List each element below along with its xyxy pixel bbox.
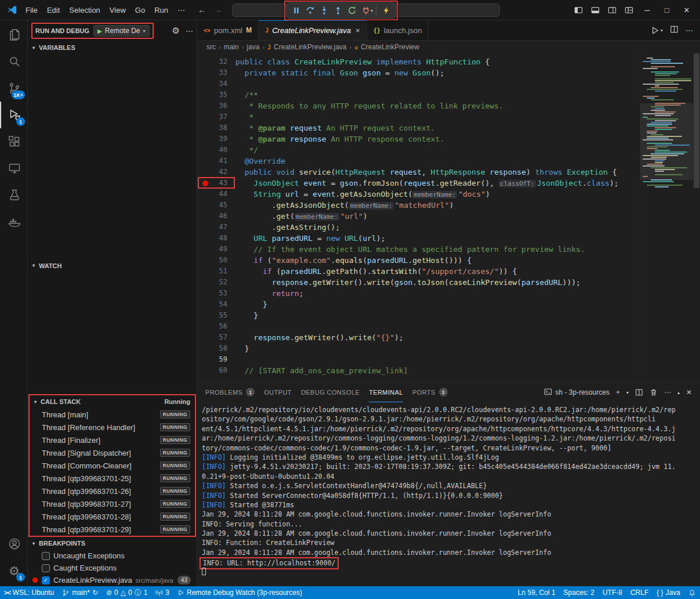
callstack-header[interactable]: ▾ CALL STACK Running xyxy=(30,395,195,408)
breakpoint-item[interactable]: Uncaught Exceptions xyxy=(28,550,197,562)
editor-scrollbar[interactable] xyxy=(693,53,700,382)
close-window-button[interactable]: ✕ xyxy=(677,0,697,20)
callstack-thread[interactable]: Thread [Finalizer]RUNNING xyxy=(30,434,195,446)
code-editor[interactable]: 32public class CreateLinkPreview impleme… xyxy=(197,53,700,382)
breadcrumb-item[interactable]: CreateLinkPreview.java xyxy=(274,43,346,51)
status-problems[interactable]: ⊘0△0ⓘ1 xyxy=(102,586,151,599)
activity-accounts[interactable] xyxy=(0,531,27,557)
menu-run[interactable]: Run xyxy=(150,0,173,20)
status-indentation[interactable]: Spaces: 2 xyxy=(560,586,599,599)
status-cursor-position[interactable]: Ln 59, Col 1 xyxy=(514,586,560,599)
gutter-glyph-margin[interactable] xyxy=(197,167,212,178)
terminal-output[interactable]: /pierrick/.m2/repository/io/cloudevents/… xyxy=(197,402,700,586)
activity-testing[interactable] xyxy=(0,182,27,208)
gutter-glyph-margin[interactable] xyxy=(197,321,212,332)
editor-more-actions-icon[interactable]: ⋯ xyxy=(686,26,693,35)
callstack-thread[interactable]: Thread [qtp399683701-28]RUNNING xyxy=(30,510,195,523)
forward-icon[interactable]: → xyxy=(214,5,222,15)
status-ports[interactable]: 3 xyxy=(151,586,173,599)
run-java-button[interactable]: ▾ xyxy=(651,26,663,35)
gutter-glyph-margin[interactable] xyxy=(197,189,212,200)
toggle-secondary-sidebar-icon[interactable] xyxy=(604,0,621,20)
tab-CreateLinkPreview.java[interactable]: JCreateLinkPreview.java× xyxy=(259,20,367,40)
callstack-thread[interactable]: Thread [qtp399683701-25]RUNNING xyxy=(30,472,195,485)
status-branch[interactable]: main*↻ xyxy=(58,586,102,599)
menu-go[interactable]: Go xyxy=(130,0,150,20)
debug-settings-gear-icon[interactable]: ⚙ xyxy=(172,26,180,36)
minimap[interactable] xyxy=(640,53,693,382)
tab-pom.xml[interactable]: <>pom.xmlM xyxy=(197,20,259,40)
maximize-button[interactable]: □ xyxy=(657,0,677,20)
back-icon[interactable]: ← xyxy=(198,5,206,15)
activity-settings[interactable]: ⚙ 1 xyxy=(0,557,27,584)
gutter-glyph-margin[interactable] xyxy=(197,67,212,78)
panel-tab-output[interactable]: OUTPUT xyxy=(264,383,292,402)
panel-tab-ports[interactable]: PORTS3 xyxy=(412,383,448,402)
split-terminal-button[interactable] xyxy=(635,388,643,396)
close-icon[interactable]: × xyxy=(356,26,360,35)
debug-config-dropdown[interactable]: ▶ Remote De ▾ xyxy=(93,25,149,37)
start-debug-icon[interactable]: ▶ xyxy=(97,28,102,34)
checkbox[interactable] xyxy=(42,564,50,572)
close-panel-icon[interactable]: ✕ xyxy=(686,388,692,396)
step-into-button[interactable] xyxy=(317,4,331,17)
gutter-glyph-margin[interactable] xyxy=(197,233,212,244)
step-out-button[interactable] xyxy=(331,4,344,17)
breadcrumb-item[interactable]: CreateLinkPreview xyxy=(361,43,419,51)
terminal-session-selector[interactable]: sh - 3p-resources xyxy=(544,388,610,398)
callstack-thread[interactable]: Thread [Reference Handler]RUNNING xyxy=(30,421,195,434)
gutter-glyph-margin[interactable] xyxy=(197,100,212,111)
gutter-glyph-margin[interactable] xyxy=(197,365,212,376)
terminal-launch-chevron-icon[interactable]: ▾ xyxy=(626,390,629,395)
variables-header[interactable]: ▾ VARIABLES xyxy=(28,41,197,54)
gutter-glyph-margin[interactable] xyxy=(197,200,212,211)
gutter-glyph-margin[interactable] xyxy=(197,288,212,299)
pause-button[interactable] xyxy=(289,4,303,17)
breadcrumb-item[interactable]: src xyxy=(206,43,216,51)
panel-tab-terminal[interactable]: TERMINAL xyxy=(369,383,403,402)
minimize-button[interactable]: ─ xyxy=(637,0,657,20)
menu-file[interactable]: File xyxy=(21,0,42,20)
gutter-glyph-margin[interactable] xyxy=(197,299,212,310)
gutter-glyph-margin[interactable] xyxy=(197,111,212,122)
gutter-glyph-margin[interactable] xyxy=(197,178,212,189)
gutter-glyph-margin[interactable] xyxy=(197,244,212,255)
scrollbar-thumb[interactable] xyxy=(694,53,699,188)
kill-terminal-button[interactable] xyxy=(650,388,658,396)
breakpoint-item[interactable]: Caught Exceptions xyxy=(28,562,197,574)
customize-layout-icon[interactable] xyxy=(621,0,637,20)
gutter-glyph-margin[interactable] xyxy=(197,310,212,321)
menu-selection[interactable]: Selection xyxy=(64,0,104,20)
callstack-thread[interactable]: Thread [qtp399683701-27]RUNNING xyxy=(30,497,195,510)
split-editor-button[interactable] xyxy=(670,25,679,35)
panel-tab-debug-console[interactable]: DEBUG CONSOLE xyxy=(301,383,360,402)
callstack-thread[interactable]: Thread [Common-Cleaner]RUNNING xyxy=(30,459,195,472)
menu-edit[interactable]: Edit xyxy=(42,0,64,20)
checkbox[interactable]: ✓ xyxy=(42,576,50,584)
gutter-glyph-margin[interactable] xyxy=(197,133,212,145)
gutter-glyph-margin[interactable] xyxy=(197,145,212,156)
status-eol[interactable]: CRLF xyxy=(626,586,652,599)
activity-run-debug[interactable]: 1 xyxy=(0,102,27,128)
step-over-button[interactable] xyxy=(303,4,317,17)
gutter-glyph-margin[interactable] xyxy=(197,89,212,100)
status-remote[interactable]: ><WSL: Ubuntu xyxy=(0,586,58,599)
gutter-glyph-margin[interactable] xyxy=(197,332,212,343)
gutter-glyph-margin[interactable] xyxy=(197,78,212,89)
new-terminal-button[interactable]: + xyxy=(616,388,620,396)
breadcrumb-item[interactable]: main xyxy=(224,43,239,51)
watch-header[interactable]: ▾ WATCH xyxy=(28,259,197,272)
status-encoding[interactable]: UTF-8 xyxy=(599,586,626,599)
activity-explorer[interactable] xyxy=(0,21,27,48)
sidebar-more-actions-icon[interactable]: ⋯ xyxy=(186,27,193,35)
callstack-thread[interactable]: Thread [qtp399683701-29]RUNNING xyxy=(30,523,195,536)
tab-launch.json[interactable]: {}launch.json xyxy=(367,20,429,40)
gutter-glyph-margin[interactable] xyxy=(197,255,212,266)
breakpoint-item[interactable]: ✓CreateLinkPreview.javasrc/main/java43 xyxy=(28,574,197,586)
activity-extensions[interactable] xyxy=(0,128,27,155)
chevron-down-icon[interactable]: ▾ xyxy=(371,8,373,13)
restart-button[interactable] xyxy=(345,4,358,17)
gutter-glyph-margin[interactable] xyxy=(197,354,212,365)
gutter-glyph-margin[interactable] xyxy=(197,156,212,167)
maximize-panel-icon[interactable]: ▴ xyxy=(677,390,680,395)
